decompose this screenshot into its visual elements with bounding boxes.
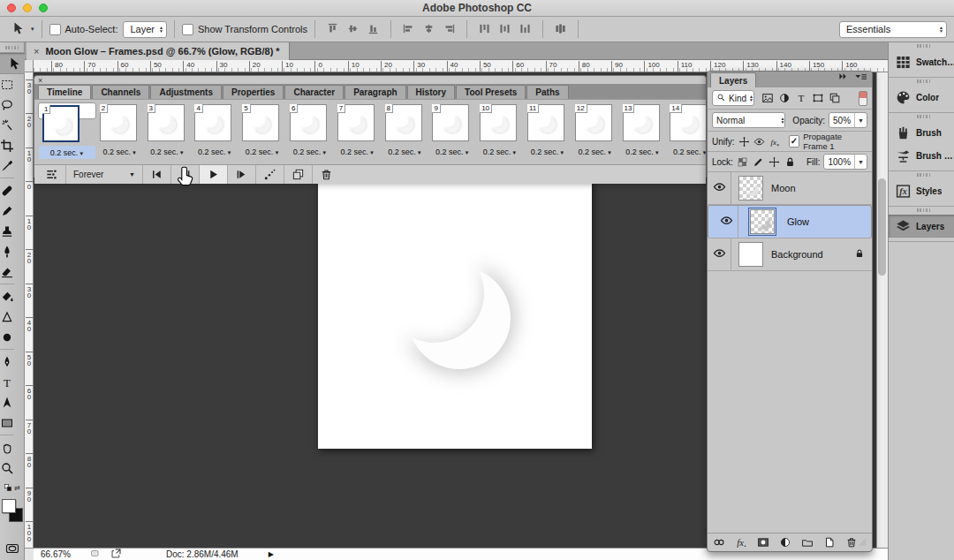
timeline-tab-channels[interactable]: Channels xyxy=(92,85,149,99)
magic-wand-tool[interactable] xyxy=(0,115,18,135)
timeline-frame-2[interactable]: 20.2 sec.▼ xyxy=(96,102,144,164)
brush-tool[interactable] xyxy=(0,201,18,221)
zoom-tool[interactable] xyxy=(0,458,18,478)
timeline-frame-7[interactable]: 70.2 sec.▼ xyxy=(334,102,382,164)
layer-thumbnail[interactable] xyxy=(750,209,775,234)
frame-delay-selector[interactable]: 0.2 sec.▼ xyxy=(428,145,476,158)
frame-delay-selector[interactable]: 0.2 sec.▼ xyxy=(619,145,667,158)
layer-mask-icon[interactable] xyxy=(757,536,769,549)
delete-layer-icon[interactable] xyxy=(845,536,858,549)
link-layers-icon[interactable] xyxy=(713,536,725,549)
propagate-frame-checkbox[interactable]: ✓ xyxy=(789,135,800,148)
opacity-field[interactable]: 50% ▼ xyxy=(829,112,867,128)
tool-preset-caret-icon[interactable]: ▾ xyxy=(31,26,34,33)
fill-field[interactable]: 100% ▼ xyxy=(823,154,867,170)
timeline-frame-5[interactable]: 50.2 sec.▼ xyxy=(238,102,286,164)
clone-stamp-tool[interactable] xyxy=(0,221,18,241)
frame-delay-selector[interactable]: 0.2 sec.▼ xyxy=(572,145,619,158)
blend-mode-select[interactable]: Normal ▲▼ xyxy=(712,112,785,128)
play-button[interactable] xyxy=(200,165,228,184)
auto-select-checkbox[interactable] xyxy=(49,24,61,35)
frame-delay-selector[interactable]: 0.2 sec.▼ xyxy=(382,145,429,158)
pen-tool[interactable] xyxy=(0,352,18,372)
move-tool-preset-icon[interactable] xyxy=(11,21,25,37)
timeline-frame-10[interactable]: 100.2 sec.▼ xyxy=(476,102,524,164)
new-group-icon[interactable] xyxy=(801,536,814,549)
zoom-level-field[interactable]: 66.67% xyxy=(41,549,81,559)
duplicate-frame-button[interactable] xyxy=(284,165,313,184)
next-frame-button[interactable] xyxy=(228,165,256,184)
convert-to-video-timeline-button[interactable] xyxy=(38,165,66,184)
distribute-vertical-centers-icon[interactable] xyxy=(498,22,511,35)
close-panel-icon[interactable]: × xyxy=(38,77,42,84)
frame-delay-selector[interactable]: 0.2 sec.▼ xyxy=(96,145,144,158)
status-badge-icon[interactable] xyxy=(90,548,102,560)
unify-position-icon[interactable] xyxy=(738,136,750,148)
frame-delay-selector[interactable]: 0.2 sec.▼ xyxy=(524,145,572,158)
timeline-tab-adjustments[interactable]: Adjustments xyxy=(150,85,222,99)
lock-pixels-icon[interactable] xyxy=(753,156,764,168)
dock-tab-color[interactable]: Color xyxy=(889,86,954,109)
dock-tab-swatch[interactable]: Swatch… xyxy=(889,50,954,73)
dock-tab-brush[interactable]: Brush … xyxy=(889,144,954,167)
healing-brush-tool[interactable] xyxy=(0,180,18,201)
dodge-tool[interactable] xyxy=(0,327,18,347)
layer-visibility-toggle[interactable] xyxy=(708,238,731,270)
filter-kind-select[interactable]: Kind ▲▼ xyxy=(712,90,754,106)
unify-style-icon[interactable]: fx xyxy=(768,136,780,148)
close-document-icon[interactable]: × xyxy=(34,46,39,57)
timeline-frame-1[interactable]: 10.2 sec.▼ xyxy=(38,102,96,119)
dropdown-arrow-icon[interactable]: ▼ xyxy=(854,113,867,127)
screen-mode-button[interactable] xyxy=(2,538,23,558)
align-vertical-centers-icon[interactable] xyxy=(346,22,360,35)
layer-thumbnail[interactable] xyxy=(738,242,763,267)
timeline-frame-4[interactable]: 40.2 sec.▼ xyxy=(191,102,238,164)
align-left-edges-icon[interactable] xyxy=(402,22,415,35)
timeline-tab-paragraph[interactable]: Paragraph xyxy=(344,85,405,99)
panel-grip[interactable] xyxy=(917,115,931,118)
lasso-tool[interactable] xyxy=(0,95,18,115)
adjustment-layer-icon[interactable] xyxy=(779,536,791,549)
lock-transparency-icon[interactable] xyxy=(737,156,748,168)
lock-all-icon[interactable] xyxy=(784,156,796,168)
loop-count-select[interactable]: Forever▼ xyxy=(66,165,143,184)
move-tool[interactable] xyxy=(0,52,28,74)
share-icon[interactable] xyxy=(110,548,122,560)
status-popup-arrow-icon[interactable]: ▶ xyxy=(269,550,274,558)
type-layer-filter-icon[interactable]: T xyxy=(795,92,807,104)
hand-tool[interactable] xyxy=(0,437,18,458)
align-bottom-edges-icon[interactable] xyxy=(367,22,380,35)
collapse-panels-icon[interactable] xyxy=(837,70,849,86)
timeline-tab-character[interactable]: Character xyxy=(284,85,344,99)
layer-visibility-toggle[interactable] xyxy=(708,172,731,204)
panel-menu-icon[interactable] xyxy=(854,70,867,86)
layer-visibility-toggle[interactable] xyxy=(715,206,738,238)
swap-colors-icon[interactable]: ⇄ xyxy=(14,484,20,492)
new-layer-icon[interactable] xyxy=(823,536,836,549)
eraser-tool[interactable] xyxy=(0,261,18,282)
default-colors-icon[interactable] xyxy=(4,480,12,496)
distribute-top-edges-icon[interactable] xyxy=(478,22,491,35)
panel-grip[interactable] xyxy=(917,44,931,48)
delete-frame-button[interactable] xyxy=(313,165,340,184)
crop-tool[interactable] xyxy=(0,135,18,155)
layers-panel-tab[interactable]: Layers xyxy=(710,72,756,87)
pixel-layer-filter-icon[interactable] xyxy=(761,92,774,104)
frame-delay-selector[interactable]: 0.2 sec.▼ xyxy=(191,145,238,158)
shape-layer-filter-icon[interactable] xyxy=(812,92,824,104)
eyedropper-tool[interactable] xyxy=(0,155,18,176)
unify-visibility-icon[interactable] xyxy=(753,136,765,148)
timeline-tab-paths[interactable]: Paths xyxy=(526,85,568,99)
timeline-tab-timeline[interactable]: Timeline xyxy=(38,85,91,99)
timeline-frame-12[interactable]: 120.2 sec.▼ xyxy=(572,102,619,164)
canvas[interactable] xyxy=(318,177,592,449)
timeline-tab-tool-presets[interactable]: Tool Presets xyxy=(456,85,526,99)
align-top-edges-icon[interactable] xyxy=(326,22,339,35)
filter-toggle-switch[interactable] xyxy=(859,91,867,106)
panel-grip[interactable] xyxy=(917,79,931,83)
panel-grip[interactable] xyxy=(917,173,931,177)
timeline-frame-3[interactable]: 30.2 sec.▼ xyxy=(144,102,192,164)
timeline-frame-11[interactable]: 110.2 sec.▼ xyxy=(524,102,572,164)
auto-select-target-select[interactable]: Layer ▲▼ xyxy=(123,21,166,38)
frame-delay-selector[interactable]: 0.2 sec.▼ xyxy=(286,145,334,158)
